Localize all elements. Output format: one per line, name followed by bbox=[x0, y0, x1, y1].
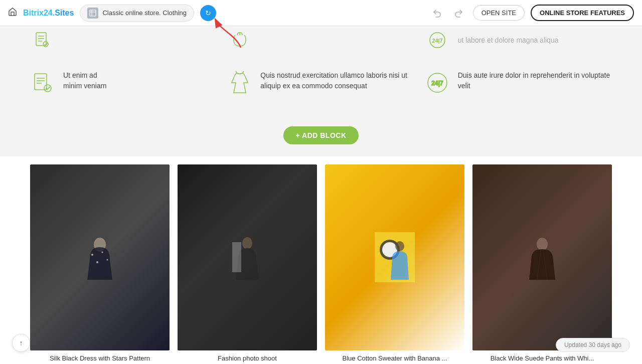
svg-point-16 bbox=[242, 237, 252, 249]
partial-icon-2 bbox=[227, 30, 414, 50]
feature-item-0: Ut enim adminim veniam bbox=[30, 65, 217, 100]
partial-text-3: ut labore et dolore magna aliqua bbox=[458, 36, 559, 44]
svg-point-21 bbox=[395, 241, 404, 251]
svg-point-15 bbox=[107, 259, 108, 261]
features-section: Ut enim adminim veniam Quis nostrud exer… bbox=[0, 50, 642, 120]
product-image-0 bbox=[30, 164, 170, 350]
site-selector-icon bbox=[87, 8, 98, 19]
svg-rect-0 bbox=[90, 10, 96, 16]
svg-point-13 bbox=[102, 252, 103, 253]
product-image-1 bbox=[178, 164, 317, 350]
product-card-1[interactable]: Fashion photo shoot €200.97 bbox=[178, 164, 317, 364]
product-name-1: Fashion photo shoot bbox=[178, 354, 317, 362]
open-site-button[interactable]: OPEN SITE bbox=[473, 5, 525, 21]
redo-button[interactable] bbox=[451, 5, 467, 21]
feature-text-2: Duis aute irure dolor in reprehenderit i… bbox=[458, 70, 612, 91]
product-name-3: Black Wide Suede Pants with Whi... bbox=[472, 354, 612, 362]
svg-text:24|7: 24|7 bbox=[432, 38, 442, 44]
partial-icon-3: 24|7 ut labore et dolore magna aliqua bbox=[425, 30, 612, 50]
products-grid: Silk Black Dress with Stars Pattern €413… bbox=[30, 164, 612, 364]
products-section: Silk Black Dress with Stars Pattern €413… bbox=[0, 156, 642, 364]
sync-icon: ↻ bbox=[205, 9, 211, 17]
svg-point-12 bbox=[91, 254, 93, 256]
svg-rect-17 bbox=[232, 242, 241, 272]
dress-icon bbox=[227, 70, 252, 95]
add-block-container: + ADD BLOCK bbox=[0, 120, 642, 156]
svg-text:24|7: 24|7 bbox=[431, 80, 443, 87]
brand-logo: Bitrix24.Sites bbox=[23, 9, 74, 18]
product-name-0: Silk Black Dress with Stars Pattern bbox=[30, 354, 170, 362]
scroll-to-top-button[interactable]: ↑ bbox=[12, 334, 30, 352]
topnav: Bitrix24.Sites Classic online store. Clo… bbox=[0, 0, 642, 26]
product-card-0[interactable]: Silk Black Dress with Stars Pattern €413… bbox=[30, 164, 170, 364]
add-block-button[interactable]: + ADD BLOCK bbox=[283, 126, 358, 144]
svg-point-8 bbox=[44, 85, 51, 92]
undo-button[interactable] bbox=[429, 5, 445, 21]
product-card-2[interactable]: Blue Cotton Sweater with Banana ... €200… bbox=[325, 164, 464, 364]
partial-icon-box-1 bbox=[30, 30, 55, 50]
partial-icons-row: 24|7 ut labore et dolore magna aliqua bbox=[0, 26, 642, 50]
partial-icon-1 bbox=[30, 30, 217, 50]
product-name-2: Blue Cotton Sweater with Banana ... bbox=[325, 354, 464, 362]
feature-item-1: Quis nostrud exercitation ullamco labori… bbox=[227, 65, 414, 100]
svg-point-14 bbox=[96, 261, 98, 263]
updated-badge: Updated 30 days ago bbox=[556, 338, 630, 352]
feature-text-0: Ut enim adminim veniam bbox=[63, 70, 106, 91]
site-selector[interactable]: Classic online store. Clothing bbox=[80, 5, 194, 22]
svg-rect-2 bbox=[36, 33, 46, 46]
svg-point-22 bbox=[537, 238, 548, 251]
sync-button[interactable]: ↻ bbox=[200, 5, 216, 21]
online-store-features-button[interactable]: ONLINE STORE FEATURES bbox=[531, 5, 634, 21]
feature-text-1: Quis nostrud exercitation ullamco labori… bbox=[260, 70, 414, 91]
product-card-3[interactable]: Black Wide Suede Pants with Whi... €378.… bbox=[472, 164, 612, 364]
product-image-3 bbox=[472, 164, 612, 350]
partial-icon-box-2 bbox=[227, 30, 252, 50]
247-icon: 24|7 bbox=[425, 70, 450, 95]
site-selector-text: Classic online store. Clothing bbox=[102, 9, 187, 17]
svg-rect-7 bbox=[35, 74, 47, 90]
checklist-icon bbox=[30, 70, 55, 95]
partial-icon-box-3: 24|7 bbox=[425, 30, 450, 50]
home-icon[interactable] bbox=[8, 7, 17, 19]
feature-item-2: 24|7 Duis aute irure dolor in reprehende… bbox=[425, 65, 612, 100]
product-image-2 bbox=[325, 164, 464, 350]
features-grid: Ut enim adminim veniam Quis nostrud exer… bbox=[30, 65, 612, 100]
scroll-up-icon: ↑ bbox=[20, 339, 23, 347]
